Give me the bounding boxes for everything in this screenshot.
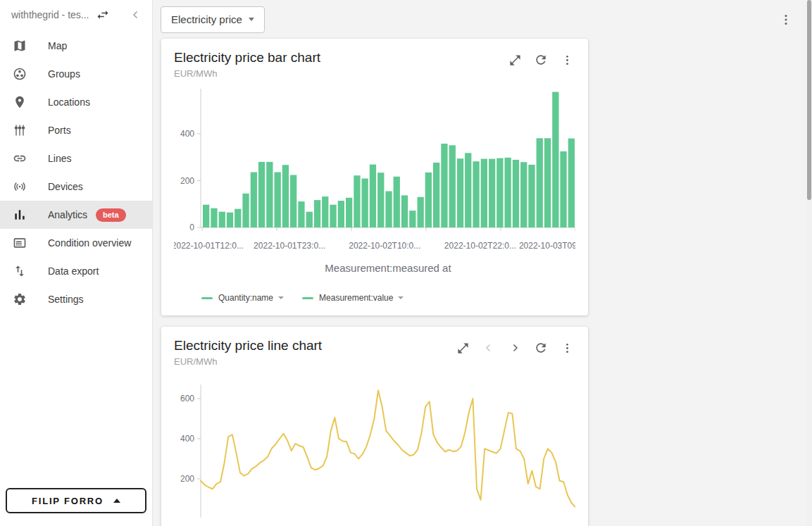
sidebar-item-data-export[interactable]: Data export	[0, 257, 152, 285]
sidebar-item-groups[interactable]: Groups	[0, 60, 152, 88]
x-tick-label: 2022-10-02T22:0...	[444, 241, 516, 251]
chevron-down-icon	[249, 18, 254, 21]
legend-marker-icon	[201, 297, 213, 299]
sidebar-header: withthegrid - tes...	[0, 0, 152, 26]
card-title: Electricity price line chart	[174, 338, 322, 353]
beta-badge: beta	[96, 208, 126, 222]
svg-text:0: 0	[189, 223, 194, 232]
dashboard-selector-label: Electricity price	[171, 13, 242, 25]
card-menu-icon[interactable]	[558, 339, 575, 356]
sidebar-item-label: Locations	[48, 96, 90, 108]
card-title: Electricity price bar chart	[174, 50, 320, 65]
legend-label: Quantity:name	[218, 293, 273, 303]
gear-icon	[11, 291, 28, 308]
page-menu-button[interactable]	[779, 13, 793, 27]
legend-item-quantity[interactable]: Quantity:name	[201, 293, 284, 303]
sidebar-item-label: Lines	[48, 153, 71, 164]
chevron-down-icon	[278, 296, 284, 299]
legend-item-measurement[interactable]: Measurement:value	[302, 293, 404, 303]
scrollbar	[806, 0, 812, 526]
svg-text:600: 600	[180, 394, 194, 403]
expand-icon[interactable]	[454, 339, 471, 356]
bar-chart[interactable]: 0200400	[174, 86, 575, 240]
sidebar-item-locations[interactable]: Locations	[0, 88, 152, 116]
svg-text:200: 200	[180, 176, 194, 186]
sidebar-item-label: Map	[48, 40, 67, 51]
card-unit: EUR/MWh	[174, 68, 320, 79]
scrollbar-thumb[interactable]	[807, 0, 811, 200]
legend-label: Measurement:value	[319, 293, 393, 303]
sidebar-item-lines[interactable]: Lines	[0, 144, 152, 173]
swap-organization-icon[interactable]	[96, 8, 110, 22]
chevron-down-icon	[398, 296, 404, 299]
chart-legend: Quantity:name Measurement:value	[201, 293, 575, 303]
caret-up-icon	[113, 499, 120, 503]
map-icon	[11, 37, 28, 54]
line-chart-card: Electricity price line chart EUR/MWh	[161, 327, 588, 526]
organization-label: withthegrid - tes...	[11, 9, 89, 20]
bar-chart-x-labels: 2022-10-01T12:0... 2022-10-01T23:0... 20…	[174, 240, 575, 251]
collapse-sidebar-icon[interactable]	[130, 8, 142, 21]
legend-marker-icon	[302, 297, 313, 299]
signal-icon	[11, 178, 28, 195]
sidebar: withthegrid - tes... Map Groups Location…	[0, 0, 153, 526]
sidebar-item-analytics[interactable]: Analytics beta	[0, 201, 152, 229]
sidebar-item-devices[interactable]: Devices	[0, 173, 152, 201]
card-actions	[506, 51, 575, 68]
link-icon	[11, 150, 28, 167]
topbar: Electricity price	[153, 0, 806, 39]
svg-text:200: 200	[180, 474, 194, 484]
user-menu-button[interactable]: FILIP FORRO	[6, 488, 146, 513]
sidebar-item-ports[interactable]: Ports	[0, 116, 152, 144]
svg-text:400: 400	[180, 434, 194, 444]
location-pin-icon	[11, 94, 28, 111]
svg-text:400: 400	[180, 129, 194, 139]
bar-chart-card: Electricity price bar chart EUR/MWh 0200…	[161, 39, 588, 315]
card-header: Electricity price line chart EUR/MWh	[174, 337, 575, 367]
chevron-left-icon[interactable]	[480, 339, 497, 356]
import-export-icon	[11, 263, 28, 280]
sidebar-item-label: Ports	[48, 125, 71, 136]
card-actions	[454, 339, 575, 356]
card-header: Electricity price bar chart EUR/MWh	[174, 49, 575, 79]
card-unit: EUR/MWh	[174, 356, 322, 367]
refresh-icon[interactable]	[532, 51, 549, 68]
sidebar-item-label: Condition overview	[48, 237, 131, 249]
chevron-right-icon[interactable]	[506, 339, 523, 356]
x-tick-label: 2022-10-01T12:0...	[174, 241, 244, 251]
refresh-icon[interactable]	[532, 339, 549, 356]
sidebar-item-map[interactable]: Map	[0, 32, 152, 60]
user-name: FILIP FORRO	[32, 496, 104, 506]
x-tick-label: 2022-10-03T09:0...	[519, 241, 575, 251]
card-menu-icon[interactable]	[558, 51, 575, 68]
expand-icon[interactable]	[506, 51, 523, 68]
sidebar-item-label: Data export	[48, 265, 99, 277]
line-chart[interactable]: 200400600	[174, 382, 575, 520]
sidebar-item-label: Groups	[48, 68, 80, 80]
sidebar-item-settings[interactable]: Settings	[0, 285, 152, 313]
sidebar-item-label: Settings	[48, 294, 84, 305]
main-content: Electricity price Electricity price bar …	[153, 0, 812, 526]
dashboard-selector[interactable]: Electricity price	[161, 6, 265, 33]
x-tick-label: 2022-10-02T10:0...	[349, 241, 420, 251]
groups-icon	[11, 65, 28, 82]
bar-chart-icon	[11, 206, 28, 223]
sidebar-item-condition-overview[interactable]: Condition overview	[0, 229, 152, 257]
ports-sliders-icon	[11, 122, 28, 139]
x-tick-label: 2022-10-01T23:0...	[254, 241, 325, 251]
sidebar-item-label: Analytics	[48, 209, 87, 220]
x-axis-title: Measurement:measured at	[174, 262, 575, 274]
sidebar-nav: Map Groups Locations Ports Lines	[0, 32, 152, 313]
sidebar-item-label: Devices	[48, 181, 83, 192]
condition-table-icon	[11, 234, 28, 251]
